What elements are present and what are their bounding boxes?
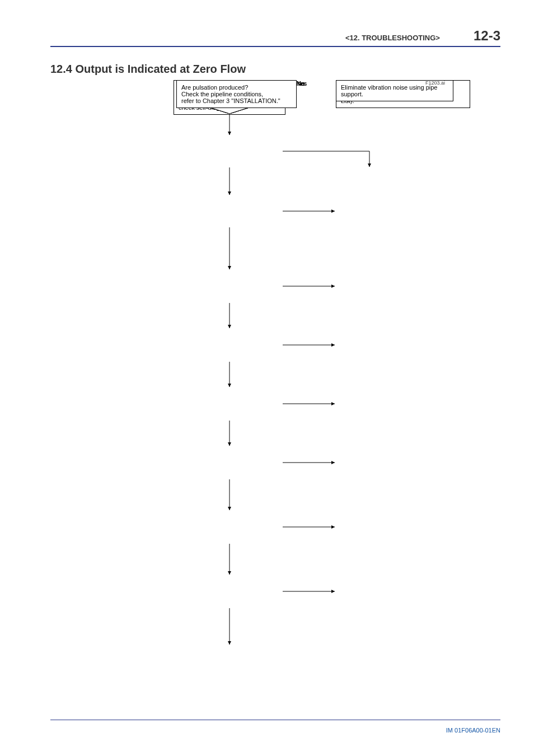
header-section: <12. TROUBLESHOOTING>	[345, 34, 440, 42]
end-box: Are pulsation produced? Check the pipeli…	[176, 80, 297, 108]
footer-doc-id: IM 01F06A00-01EN	[446, 727, 500, 734]
page-title: 12.4 Output is Indicated at Zero Flow	[50, 63, 500, 76]
footer-rule	[50, 720, 500, 720]
header-page: 12-3	[474, 28, 500, 44]
label-yes-8: Yes	[297, 80, 307, 87]
flowchart: • If a built-in indicator is attached, c…	[112, 80, 515, 713]
figure-ref: F1203.ai	[425, 80, 445, 86]
